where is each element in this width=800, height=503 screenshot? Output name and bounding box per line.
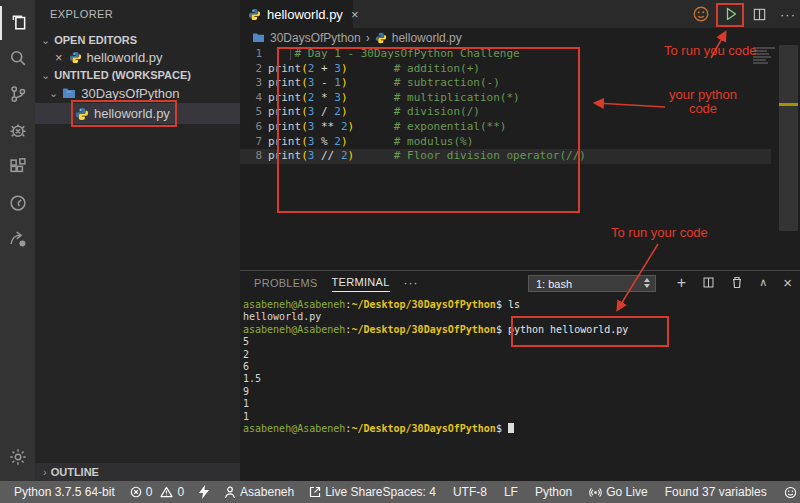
breadcrumb-folder[interactable]: 30DaysOfPython	[270, 31, 361, 45]
eol-item[interactable]: LF	[504, 485, 518, 499]
outline-label: OUTLINE	[51, 466, 99, 478]
select-spinner-icon	[644, 278, 650, 288]
editor-tab-bar: helloworld.py × ···	[240, 0, 800, 28]
search-icon[interactable]	[0, 41, 35, 75]
terminal-line: 1.5	[243, 373, 628, 385]
indentation-item[interactable]: Spaces: 4	[383, 485, 436, 499]
shell-select-value: 1: bash	[536, 278, 572, 290]
tab-helloworld[interactable]: helloworld.py ×	[240, 0, 353, 28]
code-line: 5print(3 / 2) # division(/)	[240, 105, 771, 120]
panel-header: PROBLEMS TERMINAL ··· 1: bash + ∧ ×	[240, 271, 800, 294]
terminal-line: 2	[243, 349, 628, 361]
debug-icon[interactable]	[0, 113, 35, 147]
file-name-label: helloworld.py	[94, 106, 170, 121]
split-terminal-icon[interactable]	[702, 276, 715, 289]
smiley-icon	[784, 486, 797, 499]
scrollbar[interactable]	[779, 45, 798, 231]
source-control-icon[interactable]	[0, 77, 35, 111]
broadcast-icon	[589, 486, 602, 499]
overview-ruler-mark	[779, 103, 798, 106]
new-terminal-icon[interactable]: +	[677, 274, 686, 292]
code-line: 1 # Day 1 - 30DaysOfPython Challenge	[240, 47, 771, 62]
explorer-sidebar: EXPLORER ⌄ OPEN EDITORS × helloworld.py …	[35, 0, 240, 481]
file-item-selected[interactable]: helloworld.py	[35, 103, 240, 124]
indent-guide	[290, 49, 291, 60]
extensions-icon[interactable]	[0, 150, 35, 184]
close-panel-icon[interactable]: ×	[783, 274, 792, 291]
lightning-icon	[199, 485, 209, 499]
code-lines: 1 # Day 1 - 30DaysOfPython Challenge2pri…	[240, 47, 771, 164]
more-actions-icon[interactable]: ···	[780, 7, 796, 22]
time-icon[interactable]	[0, 186, 35, 220]
collapse-panel-icon[interactable]: ∧	[759, 276, 767, 289]
terminal-shell-select[interactable]: 1: bash	[528, 275, 656, 292]
terminal-line: 1	[243, 411, 628, 423]
explorer-title: EXPLORER	[50, 8, 113, 20]
terminal-line: 5	[243, 336, 628, 348]
chevron-right-icon: ›	[43, 466, 47, 478]
terminal-line: asabeneh@Asabeneh:~/Desktop/30DaysOfPyth…	[243, 299, 628, 311]
tab-problems[interactable]: PROBLEMS	[254, 277, 318, 289]
open-editor-file-label: helloworld.py	[87, 50, 163, 65]
language-item[interactable]: Python	[535, 485, 572, 499]
run-button[interactable]	[723, 6, 739, 22]
chevron-down-icon: ⌄	[49, 87, 58, 100]
open-editors-section[interactable]: ⌄ OPEN EDITORS	[35, 31, 240, 49]
python-file-icon	[375, 32, 387, 44]
settings-gear-icon[interactable]	[0, 440, 35, 474]
status-bar: Python 3.7.5 64-bit 0 0 Asabeneh Live Sh…	[0, 481, 800, 503]
tab-label: helloworld.py	[267, 7, 343, 22]
live-share-item[interactable]: Live Share	[309, 485, 382, 499]
python-file-icon	[75, 107, 89, 121]
workspace-label: UNTITLED (WORKSPACE)	[54, 69, 191, 81]
breadcrumb-file[interactable]: helloworld.py	[392, 31, 462, 45]
feedback-smiley-item[interactable]	[784, 486, 797, 499]
tab-close-icon[interactable]: ×	[351, 7, 359, 22]
folder-icon	[62, 87, 76, 99]
code-line: 8print(3 // 2) # Floor division operator…	[240, 149, 771, 164]
python-file-icon	[248, 8, 261, 21]
variables-found-item[interactable]: Found 37 variables	[665, 485, 767, 499]
folder-item[interactable]: ⌄ 30DaysOfPython	[35, 84, 240, 102]
share-icon[interactable]	[0, 222, 35, 256]
split-editor-icon[interactable]	[752, 7, 767, 22]
explorer-icon[interactable]	[0, 6, 35, 40]
close-icon[interactable]: ×	[55, 50, 63, 65]
minimap[interactable]	[753, 47, 779, 67]
breadcrumb: 30DaysOfPython › helloworld.py	[240, 28, 800, 47]
terminal-line: helloworld.py	[243, 311, 628, 323]
outline-section[interactable]: › OUTLINE	[35, 462, 240, 481]
code-editor[interactable]: 1 # Day 1 - 30DaysOfPython Challenge2pri…	[240, 47, 800, 270]
terminal-line: asabeneh@Asabeneh:~/Desktop/30DaysOfPyth…	[243, 324, 628, 336]
python-file-icon	[69, 51, 82, 64]
go-live-item[interactable]: Go Live	[589, 485, 647, 499]
chevron-down-icon: ⌄	[41, 34, 50, 47]
code-line: 2print(2 + 3) # addition(+)	[240, 62, 771, 77]
code-line: 7print(3 % 2) # modulus(%)	[240, 135, 771, 150]
code-line: 4print(2 * 3) # multiplication(*)	[240, 91, 771, 106]
open-editor-item[interactable]: × helloworld.py	[35, 48, 240, 66]
terminal-content[interactable]: asabeneh@Asabeneh:~/Desktop/30DaysOfPyth…	[243, 299, 628, 435]
encoding-item[interactable]: UTF-8	[453, 485, 487, 499]
lightning-item[interactable]	[199, 485, 209, 499]
python-version-item[interactable]: Python 3.7.5 64-bit	[14, 485, 115, 499]
terminal-line: asabeneh@Asabeneh:~/Desktop/30DaysOfPyth…	[243, 423, 628, 435]
person-icon	[224, 486, 236, 499]
account-item[interactable]: Asabeneh	[224, 485, 294, 499]
terminal-line: 9	[243, 386, 628, 398]
error-icon	[130, 486, 142, 498]
tab-terminal[interactable]: TERMINAL	[332, 276, 390, 292]
code-line: 6print(3 ** 2) # exponential(**)	[240, 120, 771, 135]
terminal-line: 6	[243, 361, 628, 373]
panel-more-icon[interactable]: ···	[404, 276, 419, 290]
editor-actions: ···	[692, 0, 796, 28]
warning-icon	[160, 486, 173, 498]
panel-actions: + ∧ ×	[677, 271, 792, 294]
problems-item[interactable]: 0 0	[130, 485, 184, 499]
vscode-window: EXPLORER ⌄ OPEN EDITORS × helloworld.py …	[0, 0, 800, 503]
terminal-cursor	[508, 423, 514, 433]
kill-terminal-icon[interactable]	[731, 276, 743, 289]
extension-face-icon[interactable]	[692, 5, 710, 23]
breadcrumb-separator: ›	[366, 31, 370, 45]
workspace-section[interactable]: ⌄ UNTITLED (WORKSPACE)	[35, 66, 240, 84]
